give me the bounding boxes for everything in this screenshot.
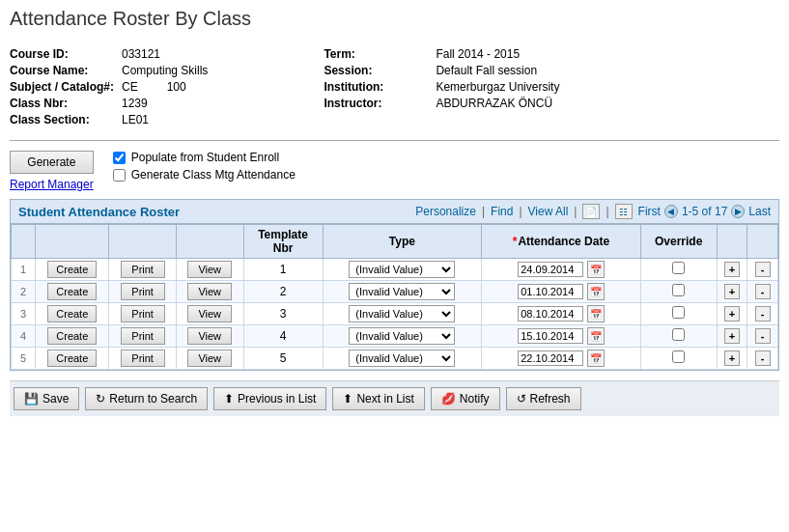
last-label[interactable]: Last bbox=[748, 205, 771, 218]
date-input-1[interactable] bbox=[518, 284, 583, 299]
course-name-label: Course Name: bbox=[10, 64, 116, 77]
remove-row-button-1[interactable]: - bbox=[755, 284, 771, 299]
date-input-2[interactable] bbox=[518, 306, 583, 322]
print-button-4[interactable]: Print bbox=[121, 350, 165, 367]
cell-override-1 bbox=[640, 281, 717, 303]
calendar-button-3[interactable]: 📅 bbox=[587, 327, 605, 345]
sep1: | bbox=[482, 205, 485, 218]
view-button-2[interactable]: View bbox=[187, 305, 232, 322]
override-checkbox-2[interactable] bbox=[672, 306, 685, 319]
pagination-text: 1-5 of 17 bbox=[682, 205, 727, 218]
grid-icon[interactable]: ☷ bbox=[615, 204, 633, 219]
refresh-button[interactable]: ↺ Refresh bbox=[506, 387, 581, 410]
next-in-list-button[interactable]: ⬆ Next in List bbox=[332, 387, 424, 410]
add-row-button-1[interactable]: + bbox=[724, 284, 740, 299]
view-button-1[interactable]: View bbox=[187, 283, 232, 300]
print-button-2[interactable]: Print bbox=[121, 305, 165, 322]
remove-row-button-4[interactable]: - bbox=[755, 350, 771, 366]
controls-section: Generate Report Manager Populate from St… bbox=[10, 151, 779, 191]
print-button-1[interactable]: Print bbox=[121, 283, 165, 300]
remove-row-button-0[interactable]: - bbox=[755, 262, 771, 277]
bottom-toolbar: 💾 Save ↻ Return to Search ⬆ Previous in … bbox=[10, 380, 779, 416]
date-input-4[interactable] bbox=[518, 350, 583, 366]
cell-remove-2: - bbox=[747, 303, 778, 325]
type-select-4[interactable]: (Invalid Value) bbox=[349, 350, 455, 367]
roster-header: Student Attendance Roster Personalize | … bbox=[11, 200, 778, 224]
return-icon: ↻ bbox=[96, 392, 105, 406]
add-row-button-3[interactable]: + bbox=[724, 328, 740, 344]
remove-row-button-2[interactable]: - bbox=[755, 306, 771, 322]
instructor-value: ABDURRAZAK ÖNCÜ bbox=[436, 97, 552, 110]
cell-override-2 bbox=[640, 303, 717, 325]
create-button-1[interactable]: Create bbox=[47, 283, 97, 300]
cell-template-0: 1 bbox=[243, 259, 323, 281]
catalog-value: 100 bbox=[167, 80, 186, 94]
generate-button[interactable]: Generate bbox=[10, 151, 94, 174]
refresh-label: Refresh bbox=[530, 392, 571, 406]
cell-date-4: 📅 bbox=[482, 348, 641, 370]
cell-type-0: (Invalid Value) bbox=[323, 259, 482, 281]
notify-button[interactable]: 💋 Notify bbox=[431, 387, 500, 410]
col-print bbox=[109, 225, 177, 259]
view-button-3[interactable]: View bbox=[187, 327, 232, 345]
override-checkbox-0[interactable] bbox=[672, 262, 685, 274]
type-select-0[interactable]: (Invalid Value) bbox=[349, 261, 455, 278]
view-all-link[interactable]: View All bbox=[528, 205, 569, 218]
generate-class-checkbox[interactable] bbox=[113, 169, 126, 182]
override-checkbox-3[interactable] bbox=[672, 328, 685, 341]
save-label: Save bbox=[42, 392, 69, 406]
cell-add-4: + bbox=[717, 348, 747, 370]
find-link[interactable]: Find bbox=[491, 205, 513, 218]
cell-view-2: View bbox=[176, 303, 243, 325]
next-label: Next in List bbox=[356, 392, 413, 406]
calendar-button-0[interactable]: 📅 bbox=[587, 261, 605, 278]
calendar-button-1[interactable]: 📅 bbox=[587, 283, 605, 300]
export-icon[interactable]: 📄 bbox=[582, 204, 600, 219]
date-input-3[interactable] bbox=[518, 328, 583, 344]
create-button-3[interactable]: Create bbox=[47, 327, 97, 345]
class-nbr-value: 1239 bbox=[122, 97, 148, 110]
notify-icon: 💋 bbox=[441, 392, 456, 406]
type-select-3[interactable]: (Invalid Value) bbox=[349, 327, 455, 345]
subject-catalog-row: Subject / Catalog#: CE 100 bbox=[10, 80, 208, 94]
cell-date-1: 📅 bbox=[482, 281, 641, 303]
override-checkbox-4[interactable] bbox=[672, 350, 685, 363]
create-button-2[interactable]: Create bbox=[47, 305, 97, 322]
table-row: 1 Create Print View 1 (Invalid Value) 📅 … bbox=[12, 259, 778, 281]
cell-print-3: Print bbox=[109, 325, 177, 348]
add-row-button-4[interactable]: + bbox=[724, 350, 740, 366]
calendar-button-2[interactable]: 📅 bbox=[587, 305, 605, 322]
class-nbr-row: Class Nbr: 1239 bbox=[10, 97, 208, 110]
populate-checkbox[interactable] bbox=[113, 152, 126, 164]
add-row-button-2[interactable]: + bbox=[724, 306, 740, 322]
add-row-button-0[interactable]: + bbox=[724, 262, 740, 277]
previous-in-list-button[interactable]: ⬆ Previous in List bbox=[213, 387, 326, 410]
type-select-2[interactable]: (Invalid Value) bbox=[349, 305, 455, 322]
create-button-0[interactable]: Create bbox=[47, 261, 97, 278]
create-button-4[interactable]: Create bbox=[47, 350, 97, 367]
next-page-arrow[interactable]: ▶ bbox=[731, 205, 745, 218]
report-manager-link[interactable]: Report Manager bbox=[10, 178, 94, 191]
personalize-link[interactable]: Personalize bbox=[415, 205, 476, 218]
cell-override-3 bbox=[640, 325, 717, 348]
cell-type-2: (Invalid Value) bbox=[323, 303, 482, 325]
date-input-0[interactable] bbox=[518, 262, 583, 277]
save-button[interactable]: 💾 Save bbox=[14, 387, 79, 410]
return-to-search-button[interactable]: ↻ Return to Search bbox=[85, 387, 208, 410]
view-button-4[interactable]: View bbox=[187, 350, 232, 367]
override-checkbox-1[interactable] bbox=[672, 284, 685, 296]
first-label[interactable]: First bbox=[638, 205, 661, 218]
sep2: | bbox=[519, 205, 521, 218]
remove-row-button-3[interactable]: - bbox=[755, 328, 771, 344]
type-select-1[interactable]: (Invalid Value) bbox=[349, 283, 455, 300]
print-button-0[interactable]: Print bbox=[121, 261, 165, 278]
prev-page-arrow[interactable]: ◀ bbox=[664, 205, 678, 218]
pagination: First ◀ 1-5 of 17 ▶ Last bbox=[638, 205, 771, 218]
calendar-button-4[interactable]: 📅 bbox=[587, 350, 605, 367]
cell-print-2: Print bbox=[109, 303, 177, 325]
view-button-0[interactable]: View bbox=[187, 261, 232, 278]
print-button-3[interactable]: Print bbox=[121, 327, 165, 345]
cell-view-3: View bbox=[176, 325, 243, 348]
class-nbr-label: Class Nbr: bbox=[10, 97, 116, 110]
save-icon: 💾 bbox=[24, 392, 39, 406]
